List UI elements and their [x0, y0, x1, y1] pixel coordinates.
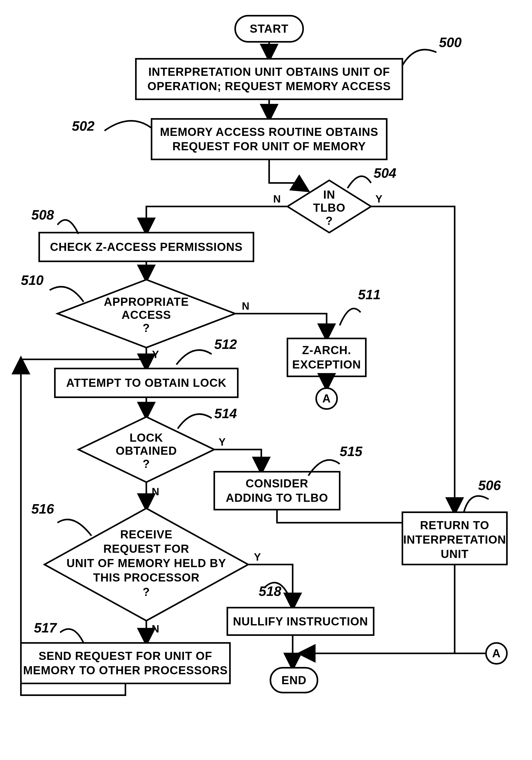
node-516-l5: ?: [143, 586, 150, 598]
ref-510: 510: [21, 272, 44, 288]
node-508-l1: CHECK Z-ACCESS PERMISSIONS: [50, 240, 243, 253]
node-506-l1: RETURN TO: [420, 519, 489, 532]
edge-514-515: [214, 450, 261, 472]
node-516-l1: RECEIVE: [120, 528, 172, 541]
node-504-l1: IN: [323, 188, 335, 201]
flowchart-svg: START INTERPRETATION UNIT OBTAINS UNIT O…: [0, 0, 532, 760]
node-502-l2: REQUEST FOR UNIT OF MEMORY: [172, 140, 366, 153]
node-502: [152, 119, 387, 160]
ref-514: 514: [214, 406, 237, 421]
node-516-l4: THIS PROCESSOR: [93, 571, 200, 584]
node-510-l2: ACCESS: [121, 309, 171, 321]
node-517: [21, 643, 230, 684]
yn-516-n: N: [152, 623, 159, 635]
node-515-l1: CONSIDER: [245, 477, 308, 490]
ref-502-squiggle: [105, 121, 152, 131]
yn-510-n: N: [242, 300, 249, 312]
ref-500: 500: [439, 35, 462, 50]
ref-508: 508: [31, 207, 54, 222]
node-511-l1: Z-ARCH.: [302, 344, 351, 356]
connector-A-bottom-label: A: [492, 647, 501, 660]
edge-510-511: [235, 313, 327, 338]
start-label: START: [250, 22, 288, 35]
node-506-l3: UNIT: [441, 547, 469, 560]
ref-512: 512: [214, 337, 237, 352]
ref-516-squiggle: [58, 520, 91, 536]
node-504-l2: TLBO: [313, 201, 345, 214]
ref-506: 506: [478, 478, 501, 493]
node-514-l2: OBTAINED: [116, 444, 177, 457]
ref-512-squiggle: [176, 350, 212, 364]
node-510-l3: ?: [143, 321, 150, 334]
node-506-l2: INTERPRETATION: [403, 533, 506, 546]
node-504-l3: ?: [326, 214, 333, 227]
yn-514-y: Y: [219, 436, 226, 448]
ref-500-squiggle: [402, 50, 436, 65]
node-517-l2: MEMORY TO OTHER PROCESSORS: [23, 664, 228, 677]
edge-502-504: [269, 160, 307, 190]
ref-516: 516: [31, 501, 54, 516]
node-514-l3: ?: [143, 457, 150, 470]
ref-508-squiggle: [58, 220, 78, 234]
ref-511-squiggle: [340, 309, 361, 325]
ref-518: 518: [259, 584, 282, 599]
yn-504-y: Y: [376, 193, 382, 205]
node-502-l1: MEMORY ACCESS ROUTINE OBTAINS: [160, 125, 378, 138]
node-518-l1: NULLIFY INSTRUCTION: [233, 615, 368, 628]
yn-514-n: N: [152, 486, 159, 498]
yn-504-n: N: [273, 193, 281, 205]
node-514-l1: LOCK: [130, 431, 163, 444]
node-510-l1: APPROPRIATE: [104, 295, 189, 308]
ref-515: 515: [340, 444, 363, 459]
edge-504-506: [371, 207, 455, 512]
ref-504-squiggle: [347, 176, 371, 188]
ref-502: 502: [72, 119, 95, 133]
connector-A-top-label: A: [323, 392, 331, 405]
node-500: [136, 59, 402, 99]
node-500-l1: INTERPRETATION UNIT OBTAINS UNIT OF: [149, 65, 390, 78]
ref-504: 504: [374, 166, 396, 181]
node-512-l1: ATTEMPT TO OBTAIN LOCK: [66, 376, 227, 389]
ref-514-squiggle: [178, 414, 212, 429]
node-511-l2: EXCEPTION: [292, 358, 361, 371]
node-500-l2: OPERATION; REQUEST MEMORY ACCESS: [147, 80, 391, 92]
node-516-l3: UNIT OF MEMORY HELD BY: [66, 557, 226, 569]
ref-510-squiggle: [50, 287, 84, 302]
end-label: END: [282, 674, 306, 687]
node-515-l2: ADDING TO TLBO: [226, 491, 328, 504]
yn-516-y: Y: [254, 551, 261, 563]
ref-506-squiggle: [464, 496, 489, 512]
ref-511: 511: [358, 287, 381, 302]
yn-510-y: Y: [152, 349, 159, 360]
edge-504-508: [146, 207, 288, 233]
ref-517-squiggle: [60, 629, 84, 643]
node-516-l2: REQUEST FOR: [104, 542, 190, 555]
node-517-l1: SEND REQUEST FOR UNIT OF: [39, 649, 212, 662]
ref-517: 517: [34, 620, 57, 635]
